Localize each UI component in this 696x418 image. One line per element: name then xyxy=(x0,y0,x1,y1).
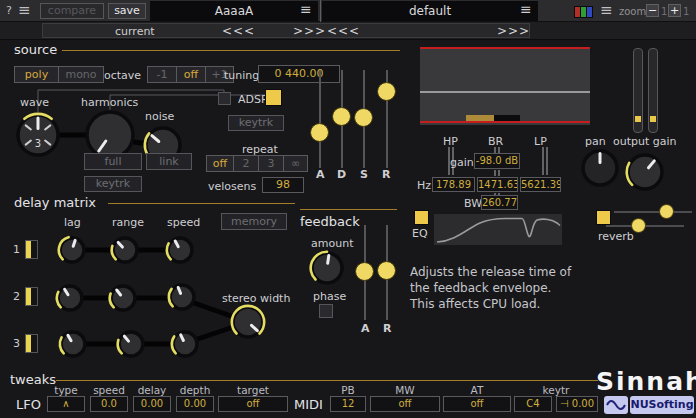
decay-slider-handle[interactable] xyxy=(332,107,351,126)
octave-down-button[interactable]: -1 xyxy=(147,66,176,83)
repeat-3-button[interactable]: 3 xyxy=(258,155,283,172)
adsr-keytrk-button[interactable]: keytrk xyxy=(228,115,284,131)
reverb-slider1-handle[interactable] xyxy=(659,204,674,219)
reverb-label: reverb xyxy=(598,230,634,243)
sustain-slider-handle[interactable] xyxy=(354,108,373,127)
delay-row2-toggle[interactable] xyxy=(25,287,38,306)
amount-label: amount xyxy=(311,237,353,250)
hp-freq-value[interactable]: 178.89 xyxy=(432,177,475,192)
eq-toggle[interactable] xyxy=(414,210,429,225)
release-slider-handle[interactable] xyxy=(377,82,396,101)
lfo-delay-value[interactable]: 0.00 xyxy=(133,396,171,412)
prev-preset-button[interactable]: <<< xyxy=(327,24,360,38)
poly-button[interactable]: poly xyxy=(14,66,58,83)
attack-slider-handle[interactable] xyxy=(310,123,329,142)
keyboard-range-indicator[interactable] xyxy=(466,115,494,121)
midi-mw-value[interactable]: off xyxy=(370,396,440,412)
adsr-checkbox[interactable] xyxy=(218,92,231,105)
delay-row1-range-knob[interactable] xyxy=(110,235,140,265)
stereo-width-knob[interactable] xyxy=(230,304,266,340)
midi-pb-value[interactable]: 12 xyxy=(330,396,366,412)
release-label: R xyxy=(382,168,390,181)
velosens-label: velosens xyxy=(208,180,256,193)
zoom-in-button[interactable]: + xyxy=(668,4,681,17)
speed-label: speed xyxy=(167,216,200,229)
decay-label: D xyxy=(337,168,346,181)
adsr-toggle[interactable] xyxy=(265,89,282,106)
nusofting-wave-icon[interactable] xyxy=(604,396,628,414)
delay-row2-lag-knob[interactable] xyxy=(55,283,85,313)
noise-link-button[interactable]: link xyxy=(146,153,192,170)
pan-knob[interactable] xyxy=(580,148,620,188)
lfo-type-value[interactable]: ∧ xyxy=(47,396,85,412)
prev-current-button[interactable]: <<< xyxy=(222,24,255,38)
view-menu-icon[interactable]: ≡ xyxy=(600,1,613,19)
col-delay-header: delay xyxy=(133,384,171,396)
delay-row1-lag-knob[interactable] xyxy=(57,235,87,265)
main-menu-icon[interactable]: ≡ xyxy=(18,1,31,19)
output-gain-knob[interactable] xyxy=(625,152,665,192)
harmonics-keytrk-button[interactable]: keytrk xyxy=(84,176,142,192)
harmonics-full-button[interactable]: full xyxy=(84,153,142,170)
br-label[interactable]: BR xyxy=(488,135,503,148)
gain-value[interactable]: -98.0 dB xyxy=(474,153,520,169)
octave-off-button[interactable]: off xyxy=(176,66,205,83)
feedback-a-handle[interactable] xyxy=(355,262,374,281)
delay-row1-speed-knob[interactable] xyxy=(165,235,195,265)
compare-button[interactable]: compare xyxy=(40,3,104,19)
lfo-target-value[interactable]: off xyxy=(218,396,288,412)
source-title: source xyxy=(14,42,57,57)
bw-label: BW xyxy=(464,197,482,210)
source-underline xyxy=(62,50,400,51)
spectrum-display[interactable] xyxy=(420,47,590,125)
delay-row3-toggle[interactable] xyxy=(25,334,38,353)
color-scheme-icon[interactable] xyxy=(574,6,593,18)
reverb-toggle[interactable] xyxy=(596,210,611,225)
br-freq-value[interactable]: 1471.63 xyxy=(477,177,518,192)
next-preset-button[interactable]: >>> xyxy=(497,24,530,38)
delay-row3-speed-knob[interactable] xyxy=(170,329,200,359)
lfo-speed-value[interactable]: 0.0 xyxy=(90,396,128,412)
memory-button[interactable]: memory xyxy=(221,213,287,230)
tuning-value[interactable]: 0 440.00 xyxy=(258,65,340,83)
col-depth-header: depth xyxy=(176,384,214,396)
keytr-amount-value[interactable]: ⊣ 0.00 xyxy=(556,396,598,412)
mono-button[interactable]: mono xyxy=(58,66,104,83)
hp-label[interactable]: HP xyxy=(443,135,458,148)
keytr-note-value[interactable]: C4 xyxy=(514,396,552,412)
lp-freq-value[interactable]: 5621.39 xyxy=(520,177,561,192)
zoom-out-button[interactable]: − xyxy=(646,4,659,17)
nusofting-logo[interactable]: NUSofting xyxy=(630,396,694,414)
wave-knob[interactable] xyxy=(15,112,61,158)
velosens-value[interactable]: 98 xyxy=(262,177,304,193)
eq-curve-display[interactable] xyxy=(434,214,562,245)
plugin-window: ? ≡ compare save AaaaA ≡ default ≡ ≡ zoo… xyxy=(0,0,696,418)
feedback-r-handle[interactable] xyxy=(377,261,396,280)
delay-row2-speed-knob[interactable] xyxy=(167,282,197,312)
amount-knob[interactable] xyxy=(309,250,345,286)
bw-value[interactable]: 260.77 xyxy=(481,195,518,210)
preset-menu-icon[interactable]: ≡ xyxy=(300,1,312,17)
delay-row2-range-knob[interactable] xyxy=(108,283,138,313)
midi-at-value[interactable]: off xyxy=(443,396,511,412)
help-button[interactable]: ? xyxy=(6,4,12,17)
zoom-step-right: 1 xyxy=(683,6,689,17)
preset-default-menu-icon[interactable]: ≡ xyxy=(520,1,532,17)
repeat-inf-button[interactable]: ∞ xyxy=(283,155,308,172)
delay-row3-lag-knob[interactable] xyxy=(58,329,88,359)
delay-row3-range-knob[interactable] xyxy=(116,329,146,359)
current-label: current xyxy=(115,25,155,38)
lfo-depth-value[interactable]: 0.00 xyxy=(176,396,214,412)
delay-row1-number: 1 xyxy=(13,243,20,256)
delay-row2-number: 2 xyxy=(13,290,20,303)
save-button[interactable]: save xyxy=(108,3,146,19)
next-current-button[interactable]: >>> xyxy=(293,24,326,38)
repeat-2-button[interactable]: 2 xyxy=(233,155,258,172)
gain-label: gain xyxy=(450,156,474,169)
phase-checkbox[interactable] xyxy=(319,304,333,318)
col-keytr-header: keytr xyxy=(514,384,598,396)
product-title: Sinnah xyxy=(596,367,694,396)
delay-row1-toggle[interactable] xyxy=(25,240,38,259)
repeat-off-button[interactable]: off xyxy=(206,155,233,172)
lp-label[interactable]: LP xyxy=(534,135,547,148)
